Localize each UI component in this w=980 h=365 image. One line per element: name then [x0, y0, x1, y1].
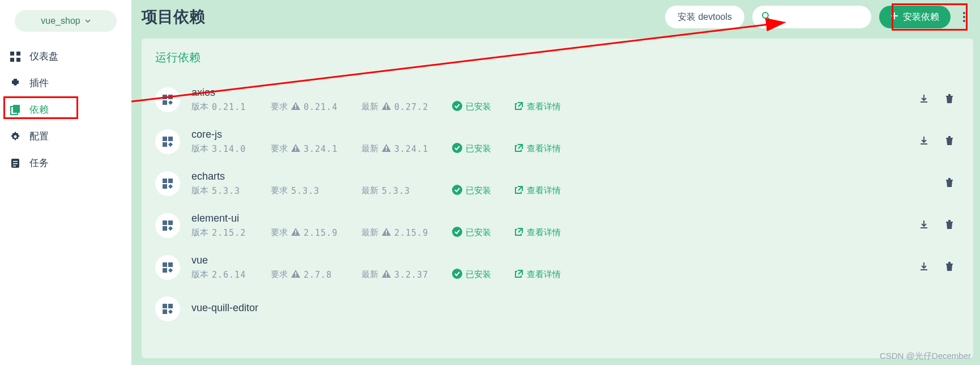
nav-config[interactable]: 配置	[0, 123, 131, 150]
svg-rect-2	[10, 58, 14, 62]
warning-icon	[291, 228, 300, 237]
latest-value: 3.24.1	[394, 144, 428, 154]
view-detail-link[interactable]: 查看详情	[514, 185, 561, 196]
delete-button[interactable]	[945, 261, 954, 274]
nav-dashboard[interactable]: 仪表盘	[0, 43, 131, 70]
svg-rect-24	[386, 104, 387, 107]
sidebar: vue_shop 仪表盘 插件 依赖	[0, 0, 131, 365]
svg-rect-58	[163, 262, 167, 267]
svg-rect-36	[386, 150, 387, 151]
plus-icon	[890, 12, 898, 22]
svg-rect-28	[946, 96, 953, 97]
search-input[interactable]	[752, 6, 871, 28]
latest-value: 3.2.37	[394, 270, 428, 280]
delete-button[interactable]	[945, 135, 954, 148]
page-title: 项目依赖	[142, 6, 205, 28]
dependency-row[interactable]: vue-quill-editor	[155, 288, 960, 329]
project-selector[interactable]: vue_shop	[15, 10, 117, 32]
svg-rect-38	[921, 143, 927, 145]
dependency-row[interactable]: core-js版本 3.14.0要求 3.24.1最新 3.24.1已安装查看详…	[155, 121, 960, 163]
search-icon	[761, 11, 775, 23]
svg-line-13	[768, 18, 770, 20]
svg-rect-10	[13, 163, 18, 164]
svg-rect-40	[948, 136, 951, 138]
nav-tasks[interactable]: 任务	[0, 150, 131, 176]
svg-point-18	[963, 20, 965, 22]
svg-rect-25	[386, 108, 387, 109]
package-icon	[155, 296, 180, 321]
package-icon	[155, 171, 180, 196]
svg-rect-71	[163, 309, 167, 314]
delete-button[interactable]	[945, 219, 954, 232]
install-dependency-button[interactable]: 安装依赖	[879, 6, 951, 28]
svg-rect-29	[948, 94, 951, 96]
svg-rect-48	[168, 220, 173, 225]
svg-rect-5	[13, 105, 20, 113]
delete-button[interactable]	[945, 94, 954, 106]
dep-info: axios版本 0.21.1要求 0.21.4最新 0.27.2已安装查看详情	[191, 87, 561, 113]
warning-icon	[291, 270, 300, 279]
installed-status: 已安装	[452, 227, 514, 239]
latest-label: 最新	[361, 185, 378, 196]
section-title: 运行依赖	[155, 50, 960, 65]
install-devtools-button[interactable]: 安装 devtools	[665, 6, 744, 28]
dep-name: vue-quill-editor	[191, 302, 258, 314]
dependency-row[interactable]: axios版本 0.21.1要求 0.21.4最新 0.27.2已安装查看详情	[155, 79, 960, 121]
version-value: 2.6.14	[212, 270, 246, 280]
download-button[interactable]	[919, 219, 929, 232]
dep-info: core-js版本 3.14.0要求 3.24.1最新 3.24.1已安装查看详…	[191, 129, 561, 155]
view-detail-link[interactable]: 查看详情	[514, 143, 561, 154]
view-detail-link[interactable]: 查看详情	[514, 101, 561, 112]
required-value: 5.3.3	[291, 186, 319, 196]
more-menu-button[interactable]	[958, 12, 970, 22]
version-label: 版本	[191, 227, 208, 238]
version-label: 版本	[191, 185, 208, 196]
nav-plugins[interactable]: 插件	[0, 70, 131, 96]
version-value: 0.21.1	[212, 102, 246, 112]
warning-icon	[291, 102, 300, 112]
svg-rect-59	[168, 262, 173, 267]
latest-label: 最新	[361, 143, 378, 154]
topbar: 项目依赖 安装 devtools 安装依赖	[131, 0, 980, 39]
svg-point-44	[452, 185, 462, 195]
delete-button[interactable]	[945, 177, 954, 190]
config-icon	[9, 130, 22, 143]
latest-value: 0.27.2	[394, 102, 428, 112]
svg-rect-60	[163, 268, 167, 273]
external-link-icon	[514, 269, 523, 280]
latest-label: 最新	[361, 269, 378, 280]
check-icon	[452, 227, 462, 239]
latest-value: 2.15.9	[394, 228, 428, 238]
svg-rect-67	[946, 264, 953, 265]
dep-name: element-ui	[191, 213, 561, 224]
download-button[interactable]	[919, 135, 929, 148]
nav-label: 依赖	[29, 103, 49, 116]
required-label: 要求	[271, 227, 288, 238]
view-detail-link[interactable]: 查看详情	[514, 227, 561, 238]
svg-rect-42	[168, 179, 173, 183]
svg-rect-56	[946, 222, 953, 223]
svg-rect-9	[13, 161, 18, 162]
search-field[interactable]	[775, 12, 883, 22]
nav-dependencies[interactable]: 依赖	[0, 96, 131, 123]
required-label: 要求	[271, 143, 288, 154]
check-icon	[452, 185, 462, 197]
devtools-label: 安装 devtools	[678, 11, 732, 23]
svg-rect-69	[163, 304, 167, 308]
dependency-row[interactable]: element-ui版本 2.15.2要求 2.15.9最新 2.15.9已安装…	[155, 205, 960, 247]
dep-info: echarts版本 5.3.3要求 5.3.3最新 5.3.3已安装查看详情	[191, 171, 561, 197]
warning-icon	[382, 228, 391, 237]
svg-rect-0	[10, 52, 14, 56]
install-label: 安装依赖	[903, 11, 939, 23]
installed-status: 已安装	[452, 101, 514, 113]
view-detail-link[interactable]: 查看详情	[514, 269, 561, 280]
download-button[interactable]	[919, 94, 929, 106]
svg-point-7	[14, 135, 17, 138]
external-link-icon	[514, 101, 523, 112]
dependency-row[interactable]: vue版本 2.6.14要求 2.7.8最新 3.2.37已安装查看详情	[155, 247, 960, 288]
download-button[interactable]	[919, 261, 929, 274]
dependency-row[interactable]: echarts版本 5.3.3要求 5.3.3最新 5.3.3已安装查看详情	[155, 163, 960, 205]
svg-rect-35	[386, 146, 387, 149]
version-value: 3.14.0	[212, 144, 246, 154]
version-label: 版本	[191, 101, 208, 112]
